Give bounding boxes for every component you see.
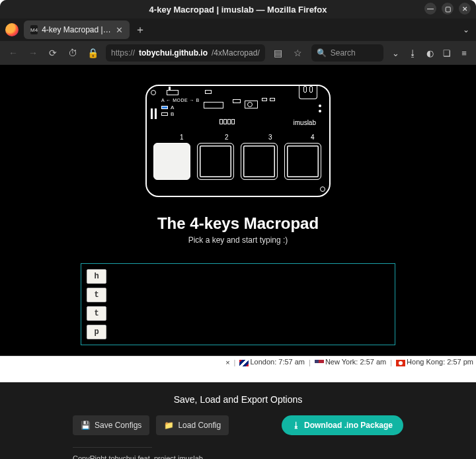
led-b-icon bbox=[161, 112, 168, 116]
pcb-component-icon bbox=[155, 108, 157, 119]
tab-label: 4-key Macropad | imuslab bbox=[42, 25, 112, 34]
search-placeholder: Search bbox=[331, 48, 356, 58]
pcb-component-icon bbox=[205, 90, 212, 94]
pcb-component-icon bbox=[219, 119, 235, 124]
pcb-component-icon bbox=[151, 108, 153, 119]
url-scheme: https:// bbox=[111, 48, 135, 58]
key-config-panel[interactable]: h t t p bbox=[81, 263, 395, 345]
key-chip[interactable]: h bbox=[87, 269, 106, 284]
tab-bar: M4 4-key Macropad | imuslab ✕ ＋ ⌄ bbox=[0, 19, 476, 41]
options-title: Save, Load and Export Options bbox=[73, 394, 403, 405]
options-window: Save, Load and Export Options 💾 Save Con… bbox=[0, 382, 476, 459]
pcb-led-icon bbox=[319, 110, 321, 112]
menu-icon[interactable]: ≡ bbox=[459, 48, 469, 58]
tab-active[interactable]: M4 4-key Macropad | imuslab ✕ bbox=[24, 21, 130, 39]
firefox-logo-icon bbox=[5, 23, 19, 36]
firefox-window: 4-key Macropad | imuslab — Mozilla Firef… bbox=[0, 0, 476, 368]
led-b-label: B bbox=[171, 111, 174, 117]
pocket-icon[interactable]: ⌄ bbox=[390, 48, 401, 58]
bookmark-star-icon[interactable]: ☆ bbox=[292, 48, 305, 58]
clock-hongkong: Hong Kong: 2:57 pm bbox=[396, 358, 473, 366]
macropad-key-4[interactable] bbox=[284, 143, 321, 180]
key-label-2: 2 bbox=[225, 134, 229, 141]
key-label-4: 4 bbox=[311, 134, 315, 141]
nav-forward-button[interactable]: → bbox=[26, 48, 40, 58]
usb-port-icon bbox=[299, 85, 317, 99]
led-a-label: A bbox=[171, 104, 174, 110]
search-icon: 🔍 bbox=[317, 48, 327, 58]
page-content: imuslab A ← MODE → B A B bbox=[0, 65, 476, 356]
account-icon[interactable]: ◐ bbox=[424, 48, 435, 58]
load-config-button[interactable]: 📁 Load Config bbox=[156, 415, 229, 435]
window-close-button[interactable]: ✕ bbox=[459, 3, 471, 15]
pcb-led-icon bbox=[319, 104, 321, 107]
status-bar: × | London: 7:57 am | New York: 2:57 am … bbox=[0, 356, 476, 368]
new-tab-button[interactable]: ＋ bbox=[135, 23, 145, 37]
flag-hk-icon bbox=[396, 360, 405, 366]
window-titlebar: 4-key Macropad | imuslab — Mozilla Firef… bbox=[0, 0, 476, 19]
page-subheading: Pick a key and start typing :) bbox=[0, 235, 476, 245]
led-a-icon bbox=[161, 106, 168, 109]
pcb-component-icon bbox=[270, 98, 275, 101]
window-title: 4-key Macropad | imuslab — Mozilla Firef… bbox=[149, 5, 327, 15]
save-configs-label: Save Configs bbox=[95, 421, 141, 430]
nav-toolbar: ← → ⟳ ⏱ 🔒 https://tobychui.github.io/4xM… bbox=[0, 41, 476, 65]
lock-icon: 🔒 bbox=[86, 48, 99, 58]
key-chip[interactable]: p bbox=[87, 325, 106, 339]
folder-icon: 📁 bbox=[164, 421, 174, 430]
flag-uk-icon bbox=[239, 360, 249, 366]
status-close[interactable]: × bbox=[225, 358, 229, 366]
download-ino-label: Download .ino Package bbox=[304, 421, 393, 430]
window-maximize-button[interactable]: ▢ bbox=[442, 3, 454, 15]
key-label-3: 3 bbox=[268, 134, 272, 141]
nav-back-button[interactable]: ← bbox=[7, 48, 20, 58]
download-ino-button[interactable]: ⭳ Download .ino Package bbox=[282, 415, 403, 435]
page-heading: The 4-keys Macropad bbox=[0, 214, 476, 233]
macropad-key-2[interactable] bbox=[197, 143, 234, 180]
flag-us-icon bbox=[315, 360, 324, 366]
clock-newyork: New York: 2:57 am bbox=[315, 358, 386, 366]
save-configs-button[interactable]: 💾 Save Configs bbox=[73, 415, 149, 435]
key-chip[interactable]: t bbox=[87, 306, 106, 321]
tab-close-icon[interactable]: ✕ bbox=[116, 25, 123, 35]
copyright-text: CopyRight tobychui feat. project imuslab bbox=[73, 454, 403, 459]
macropad-key-3[interactable] bbox=[241, 143, 278, 180]
tab-favicon-icon: M4 bbox=[30, 25, 38, 34]
key-label-1: 1 bbox=[180, 134, 184, 141]
load-config-label: Load Config bbox=[178, 421, 221, 430]
pcb-component-icon bbox=[247, 102, 253, 107]
clock-london: London: 7:57 am bbox=[239, 358, 305, 366]
pcb-component-icon bbox=[262, 98, 267, 101]
url-bar[interactable]: https://tobychui.github.io/4xMacropad/ bbox=[106, 44, 265, 62]
tabs-dropdown-icon[interactable]: ⌄ bbox=[463, 25, 469, 34]
extensions-icon[interactable]: ❏ bbox=[442, 48, 452, 58]
save-icon: 💾 bbox=[81, 421, 91, 430]
key-chip[interactable]: t bbox=[87, 288, 106, 302]
macropad-pcb-graphic: imuslab A ← MODE → B A B bbox=[145, 85, 331, 197]
pcb-hole-icon bbox=[151, 90, 156, 95]
search-bar[interactable]: 🔍 Search bbox=[311, 44, 383, 62]
downloads-icon[interactable]: ⭳ bbox=[407, 48, 418, 58]
reader-mode-icon[interactable]: ▤ bbox=[272, 48, 285, 58]
pcb-brand-label: imuslab bbox=[294, 119, 316, 126]
pcb-component-icon bbox=[233, 99, 241, 103]
window-minimize-button[interactable]: ― bbox=[424, 3, 436, 15]
nav-reload-button[interactable]: ⟳ bbox=[46, 48, 60, 58]
mode-label: A ← MODE → B bbox=[161, 98, 200, 103]
shield-icon[interactable]: ⏱ bbox=[66, 48, 79, 58]
mode-switch-icon bbox=[167, 90, 178, 95]
macropad-key-1[interactable] bbox=[153, 143, 190, 180]
download-icon: ⭳ bbox=[292, 421, 300, 430]
url-host: tobychui.github.io bbox=[139, 48, 208, 58]
pcb-component-icon bbox=[204, 102, 223, 108]
divider bbox=[73, 447, 152, 448]
pcb-hole-icon bbox=[320, 187, 325, 192]
url-path: /4xMacropad/ bbox=[212, 48, 260, 58]
